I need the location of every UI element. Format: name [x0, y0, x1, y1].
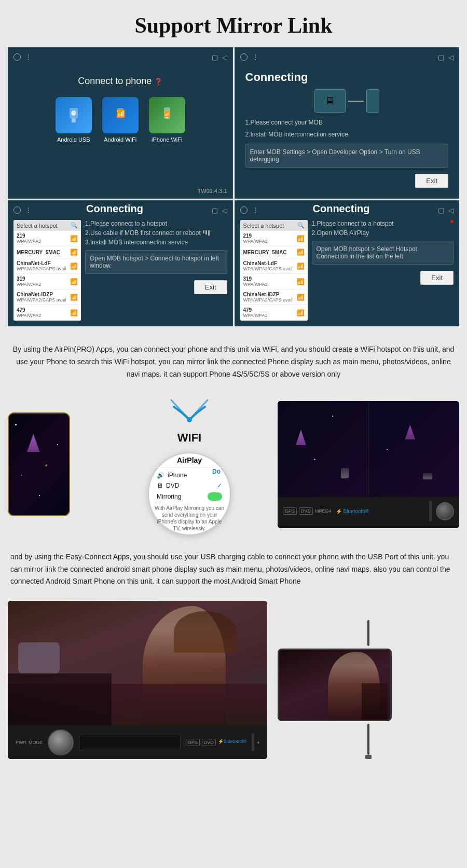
- mirroring-toggle[interactable]: [208, 492, 222, 501]
- wifi-center: WIFI AirPlay Do 🔊 iPhone 🖥 DVD ✓ Mirrori…: [106, 394, 272, 535]
- car-unit-large: PWR MODE GPS DVD ⚡Bluetooth® ♦: [8, 601, 267, 759]
- hotspot-item-3-0[interactable]: 219WPA/WPA2 📶: [13, 231, 81, 246]
- hotspot-item-3-1[interactable]: MERCURY_5MAC 📶: [13, 246, 81, 258]
- wifi-signal-3-3: 📶: [70, 278, 78, 285]
- svg-point-9: [187, 417, 192, 422]
- android-wifi-label: Android WiFi: [104, 136, 136, 143]
- minimize-icon: ▢: [212, 53, 218, 61]
- airplay-popup: AirPlay Do 🔊 iPhone 🖥 DVD ✓ Mirroring Wi…: [148, 452, 231, 535]
- panel1-dots: ⋮: [25, 53, 33, 61]
- star-4: [45, 464, 47, 466]
- usb-connector: [365, 755, 372, 759]
- search-icon-4: 🔍: [297, 222, 305, 229]
- car-unit-container: GPS DVD MPEG4 ⚡ Bluetooth®: [278, 401, 459, 528]
- android-wifi-icon: 📶: [102, 97, 139, 133]
- car-controls: GPS DVD MPEG4 ⚡ Bluetooth®: [278, 497, 459, 526]
- bluetooth-label: Bluetooth®: [344, 508, 369, 514]
- hotspot-item-4-2[interactable]: ChinaNet-LdFWPA/WPA2/CAPS avail 📶: [240, 258, 308, 274]
- dvd-icon: 🖥: [157, 482, 163, 489]
- wifi-symbol-large: [169, 394, 210, 427]
- svg-text:📶: 📶: [116, 109, 125, 118]
- hotspot-item-3-2[interactable]: ChinaNet-LdFWPA/WPA2/CAPS avail 📶: [13, 258, 81, 274]
- wifi-signal-3-1: 📶: [70, 249, 78, 256]
- panel3-title: Connecting: [86, 203, 227, 215]
- disc-slot: [79, 735, 181, 750]
- right-screen: [369, 401, 460, 497]
- select-hotspot-label-4: Select a hotspot: [243, 223, 284, 229]
- hotspot-header-4: Select a hotspot 🔍: [240, 220, 308, 231]
- hotspot-item-4-1[interactable]: MERCURY_5MAC 📶: [240, 246, 308, 258]
- hotspot-item-4-0[interactable]: 219WPA/WPA2 📶: [240, 231, 308, 246]
- large-car-knob: [48, 729, 74, 755]
- p4-inst-2: 2.Open MOB AirPlay: [312, 229, 454, 237]
- wifi-signal-3-0: 📶: [70, 235, 78, 242]
- airplay-title: AirPlay: [177, 456, 202, 464]
- hotspot-list-3: Select a hotspot 🔍 219WPA/WPA2 📶 MERCURY…: [13, 220, 81, 321]
- airplay-item-mirroring[interactable]: Mirroring: [154, 491, 225, 502]
- help-icon: ❓: [154, 78, 162, 86]
- iphone-wifi-label: iPhone WiFi: [152, 136, 182, 143]
- cable-diagram: 🖥: [245, 89, 449, 113]
- wifi-signal-4-1: 📶: [297, 249, 305, 256]
- panel2-exit-button[interactable]: Exit: [415, 174, 448, 188]
- p3-inst-1: 1.Please connect to a hotspot: [85, 220, 227, 227]
- hotspot-item-4-4[interactable]: ChinaNet-lDZPWPA/WPA2/CAPS avail 📶: [240, 290, 308, 305]
- pillow: [18, 642, 60, 673]
- svg-text:U: U: [72, 111, 75, 116]
- p3-inst-2: 2.Use cable if MOB first connect or rebo…: [85, 229, 227, 237]
- cable-line: [348, 101, 364, 102]
- split-screen: [278, 401, 459, 497]
- usb-symbol: U: [64, 106, 83, 125]
- instruction-1: 1.Please connect your MOB: [245, 118, 449, 128]
- back-icon: ◁: [222, 53, 227, 61]
- hotspot-item-3-4[interactable]: ChinaNet-lDZPWPA/WPA2/CAPS avail 📶: [13, 290, 81, 305]
- android-usb-item[interactable]: U Android USB: [56, 97, 92, 143]
- car-knob: [436, 502, 454, 520]
- panel2-instructions: 1.Please connect your MOB 2.Install MOB …: [245, 118, 449, 140]
- ship-left: [296, 430, 306, 445]
- mode-buttons: PWR MODE: [16, 740, 43, 745]
- bluetooth-icon: ⚡: [336, 508, 342, 514]
- car-large-controls: PWR MODE GPS DVD ⚡Bluetooth® ♦: [8, 725, 267, 759]
- panel-connect-phone: ⋮ ▢ ◁ Connect to phone ❓: [8, 47, 233, 199]
- phone-landscape-screen: [279, 650, 390, 720]
- airplay-item-dvd[interactable]: 🖥 DVD ✓: [154, 480, 225, 491]
- panel3-left: Select a hotspot 🔍 219WPA/WPA2 📶 MERCURY…: [13, 220, 81, 321]
- hotspot-item-3-5[interactable]: 479WPA/WPA2 📶: [13, 305, 81, 321]
- panel4-left: Select a hotspot 🔍 219WPA/WPA2 📶 MERCURY…: [240, 220, 308, 321]
- mirroring-label: Mirroring: [157, 493, 181, 500]
- search-icon-3: 🔍: [71, 222, 78, 229]
- phone-screen-game: [9, 414, 69, 515]
- right-badges: GPS DVD ⚡Bluetooth®: [186, 739, 247, 746]
- sub-left: [341, 468, 349, 478]
- hotspot-item-4-3[interactable]: 319WPA/WPA2 📶: [240, 274, 308, 290]
- gps-badge: GPS: [283, 507, 297, 515]
- panel4-exit-button[interactable]: Exit: [420, 271, 454, 285]
- connect-icons-row: U Android USB 📶 Android WiFi: [56, 97, 185, 143]
- panel4-title: Connecting: [313, 203, 454, 215]
- airplay-do[interactable]: Do: [212, 468, 221, 475]
- panel3-circle: [13, 206, 21, 214]
- p3-instruction-box: Open MOB hotspot > Connect to hotspot in…: [85, 250, 227, 274]
- wifi-signal-4-3: 📶: [297, 278, 305, 285]
- phone-landscape: [278, 649, 392, 721]
- wifi-signal-3-2: 📶: [70, 263, 78, 270]
- gps-badge-large: GPS: [186, 739, 200, 746]
- android-wifi-item[interactable]: 📶 Android WiFi: [102, 97, 139, 143]
- select-hotspot-label: Select a hotspot: [17, 223, 58, 229]
- usb-cable-top: [367, 620, 369, 646]
- hotspot-item-3-3[interactable]: 319WPA/WPA2 📶: [13, 274, 81, 290]
- hotspot-item-4-5[interactable]: 479WPA/WPA2 📶: [240, 305, 308, 321]
- left-screen: [278, 401, 369, 497]
- star-2: [57, 444, 58, 445]
- minimize-icon3: ▢: [212, 206, 218, 214]
- dark-area: [8, 673, 112, 725]
- bottom-section: PWR MODE GPS DVD ⚡Bluetooth® ♦: [8, 601, 459, 759]
- p3-inst-3: 3.Install MOB interconnection service: [85, 239, 227, 246]
- panel4-hotspot-panel: Select a hotspot 🔍 219WPA/WPA2 📶 MERCURY…: [240, 220, 454, 321]
- dvd-badge: DVD: [299, 507, 313, 515]
- iphone-wifi-item[interactable]: 📶 iPhone WiFi: [149, 97, 185, 143]
- usb-port: [429, 501, 432, 521]
- panel3-exit-button[interactable]: Exit: [194, 280, 227, 294]
- panel-hotspot-1: ⋮ ▢ ◁ Connecting Select a hotspot 🔍 219W: [8, 200, 233, 326]
